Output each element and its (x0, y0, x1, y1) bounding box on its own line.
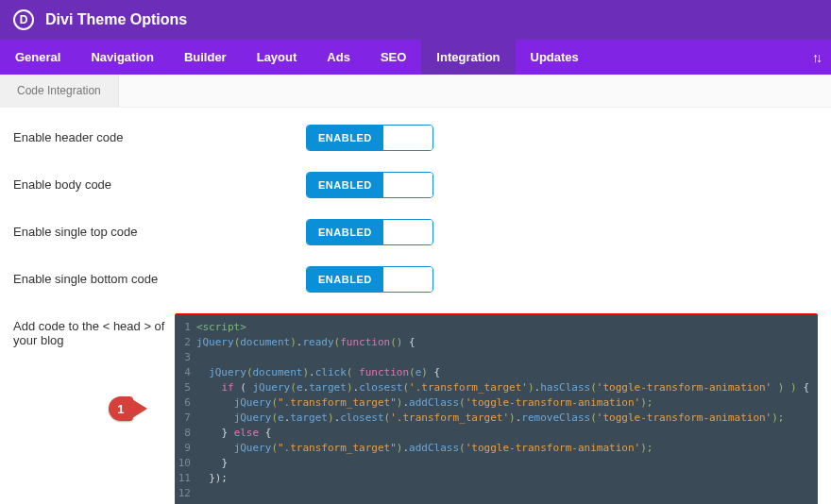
divi-logo: D (13, 9, 34, 30)
code-line: 5 if ( jQuery(e.target).closest('.transf… (176, 380, 817, 395)
main-tabs: General Navigation Builder Layout Ads SE… (0, 40, 831, 75)
toggle-enable-single-bottom-code[interactable]: ENABLED (306, 266, 433, 293)
code-content (196, 350, 817, 365)
tab-layout[interactable]: Layout (242, 40, 313, 75)
code-content: <script> (196, 320, 817, 335)
code-line: 6 jQuery(".transform_target").addClass('… (176, 395, 817, 411)
toggle-enable-body-code[interactable]: ENABLED (306, 172, 433, 198)
code-line: 2jQuery(document).ready(function() { (176, 335, 817, 350)
toggle-knob (383, 220, 432, 244)
tab-seo[interactable]: SEO (365, 40, 421, 75)
tab-builder[interactable]: Builder (169, 40, 242, 75)
app-header: D Divi Theme Options (0, 0, 831, 40)
line-number: 10 (176, 456, 196, 471)
toggle-knob (383, 267, 432, 292)
callout-1: 1 (109, 396, 147, 421)
row-enable-header-code: Enable header code ENABLED (13, 125, 818, 151)
callout-bubble: 1 (109, 396, 133, 421)
row-enable-body-code: Enable body code ENABLED (13, 172, 818, 198)
toggle-enable-single-top-code[interactable]: ENABLED (306, 219, 433, 245)
line-number: 4 (176, 365, 196, 380)
line-number: 9 (176, 441, 196, 456)
code-line: 7 jQuery(e.target).closest('.transform_t… (176, 411, 817, 426)
tab-updates[interactable]: Updates (516, 40, 594, 75)
line-number: 12 (176, 486, 196, 501)
code-line: 10 } (176, 456, 817, 471)
label-enable-header-code: Enable header code (13, 125, 306, 144)
code-content: jQuery(".transform_target").addClass('to… (196, 441, 817, 456)
toggle-enable-header-code[interactable]: ENABLED (306, 125, 433, 151)
toggle-state: ENABLED (307, 126, 383, 150)
code-content (196, 486, 817, 501)
logo-letter: D (20, 13, 28, 26)
line-number: 3 (176, 350, 196, 365)
code-content: jQuery(e.target).closest('.transform_tar… (196, 411, 817, 426)
tab-navigation[interactable]: Navigation (76, 40, 168, 75)
code-line: 11 }); (176, 471, 817, 486)
line-number: 2 (176, 335, 196, 350)
code-line: 1<script> (176, 320, 817, 335)
row-enable-single-bottom-code: Enable single bottom code ENABLED (13, 266, 818, 293)
code-line: 3 (176, 350, 817, 365)
tab-ads[interactable]: Ads (312, 40, 365, 75)
toggle-knob (383, 126, 432, 150)
toggle-state: ENABLED (307, 267, 383, 292)
toggle-knob (383, 173, 432, 197)
row-enable-single-top-code: Enable single top code ENABLED (13, 219, 818, 245)
line-number: 6 (176, 395, 196, 411)
code-content: jQuery(document).click( function(e) { (196, 365, 817, 380)
code-line: 9 jQuery(".transform_target").addClass('… (176, 441, 817, 456)
sort-arrows-icon[interactable]: ↑↓ (812, 50, 820, 65)
arrow-right-icon (132, 399, 147, 418)
subtab-code-integration[interactable]: Code Integration (0, 75, 119, 107)
line-number: 1 (176, 320, 196, 335)
head-code-editor[interactable]: 1<script>2jQuery(document).ready(functio… (175, 313, 818, 504)
row-head-code: Add code to the < head > of your blog 1 … (13, 313, 818, 504)
tab-integration[interactable]: Integration (421, 40, 515, 75)
label-enable-single-top-code: Enable single top code (13, 219, 306, 239)
toggle-state: ENABLED (307, 220, 383, 244)
toggle-state: ENABLED (307, 173, 383, 197)
line-number: 11 (176, 471, 196, 486)
sub-tabs: Code Integration (0, 75, 831, 108)
line-number: 8 (176, 426, 196, 441)
head-code-editor-wrap: 1 1<script>2jQuery(document).ready(funct… (175, 313, 818, 504)
tab-general[interactable]: General (0, 40, 76, 75)
code-content: } (196, 456, 817, 471)
code-content: if ( jQuery(e.target).closest('.transfor… (196, 380, 817, 395)
code-line: 8 } else { (176, 426, 817, 441)
line-number: 7 (176, 411, 196, 426)
label-enable-single-bottom-code: Enable single bottom code (13, 266, 306, 286)
settings-panel: Enable header code ENABLED Enable body c… (0, 108, 831, 504)
line-number: 5 (176, 380, 196, 395)
code-line: 12 (176, 486, 817, 501)
code-line: 4 jQuery(document).click( function(e) { (176, 365, 817, 380)
code-content: jQuery(".transform_target").addClass('to… (196, 395, 817, 411)
label-enable-body-code: Enable body code (13, 172, 306, 192)
code-content: }); (196, 471, 817, 486)
label-head-code: Add code to the < head > of your blog (13, 313, 175, 347)
code-content: jQuery(document).ready(function() { (196, 335, 817, 350)
code-content: } else { (196, 426, 817, 441)
page-title: Divi Theme Options (45, 11, 187, 28)
